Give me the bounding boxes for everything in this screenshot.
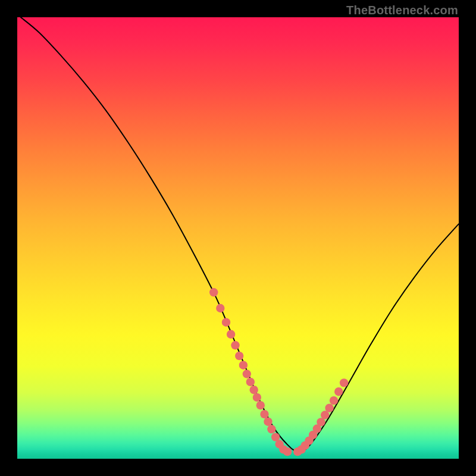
highlight-dot: [340, 378, 348, 387]
highlight-dot: [283, 447, 292, 456]
highlight-dot: [330, 396, 338, 405]
highlight-dot: [334, 387, 343, 396]
plot-area: [17, 17, 459, 459]
highlight-dot: [222, 318, 230, 327]
chart-frame: TheBottleneck.com: [0, 0, 476, 476]
highlight-dot: [231, 341, 239, 349]
watermark-text: TheBottleneck.com: [346, 4, 458, 17]
curve-layer: [17, 17, 459, 459]
highlight-dot: [260, 410, 268, 418]
bottleneck-curve-path: [21, 17, 459, 452]
highlight-dots: [209, 288, 348, 456]
highlight-dot: [239, 361, 248, 369]
highlight-dot: [227, 330, 235, 339]
highlight-dot: [246, 378, 255, 386]
highlight-dot: [235, 352, 243, 360]
highlight-dot: [209, 288, 218, 296]
highlight-dot: [243, 369, 251, 378]
highlight-dot: [216, 304, 224, 312]
highlight-dot: [264, 418, 272, 426]
highlight-dot: [250, 386, 258, 394]
highlight-dot: [256, 401, 265, 409]
highlight-dot: [325, 404, 333, 412]
highlight-dot: [267, 425, 275, 433]
highlight-dot: [253, 393, 261, 402]
